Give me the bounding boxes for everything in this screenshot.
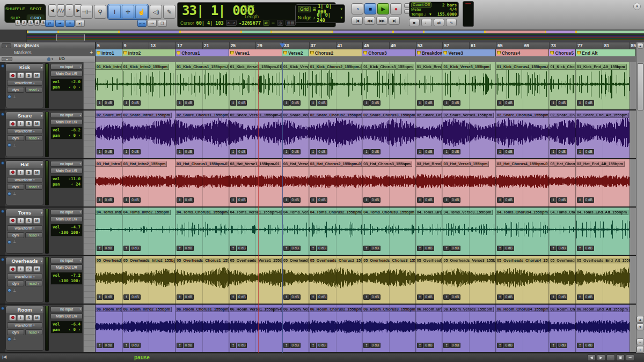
mute-button[interactable]: M [33, 218, 40, 224]
clip-gain-badge[interactable]: ↥0 dB [283, 197, 301, 203]
audio-clip[interactable]: 04_Toms_Chorus5_155bpm↥0 dB [549, 208, 576, 255]
clip-gain-badge[interactable]: ↥0 dB [283, 343, 301, 348]
audio-clip[interactable]: 04_Toms_Chorus4_155bpm-01↥0 dB [496, 208, 549, 255]
audio-clip[interactable]: 05_Overheads_Chorus5_155bpm↥0 dB [549, 256, 576, 303]
elastic-audio-button[interactable]: dyn [7, 232, 24, 238]
audio-clip[interactable]: 03_Hat_Verse2_155bpm-01↥0 dB [282, 159, 309, 206]
track-lane-hat[interactable]: 03_Hat_Intro1↥0 dB03_Hat_Intro2_155bpm↥0… [96, 159, 636, 206]
audio-clip[interactable]: 06_Room_Chorus4_155bpm-01↥0 dB [496, 305, 549, 352]
clip-gain-badge[interactable]: ↥0 dB [310, 246, 327, 251]
clip-gain-badge[interactable]: ↥0 dB [230, 294, 247, 300]
mute-button[interactable]: M [33, 315, 40, 321]
track-name-row[interactable]: Hat▾ [6, 161, 43, 168]
pan-value[interactable]: ‹100 100› [58, 278, 80, 284]
audio-clip[interactable]: 05_Overheads_Chorus3_155bpm↥0 dB [362, 256, 415, 303]
insertion-follows-playback-button[interactable]: ▸| [76, 20, 85, 27]
track-freeze-icon[interactable] [1, 307, 4, 310]
smart-tool-group[interactable]: I ✛ ☝ [107, 4, 149, 20]
audio-clip[interactable]: 01_Kick_Intro2_155bpm↥0 dB [122, 62, 175, 109]
automation-follows-edit-button[interactable]: ⇢ [148, 20, 157, 27]
hzoom-out-button[interactable]: − [606, 354, 615, 361]
vol-value[interactable]: -11.0 [68, 176, 80, 182]
audio-clip[interactable]: 02_Snare_Intro2_155bpm↥0 dB [122, 110, 175, 158]
elastic-audio-button[interactable]: dyn [7, 329, 24, 335]
track-name-row[interactable]: Toms▾ [6, 209, 43, 216]
marker-chorus5[interactable]: Chorus5 [549, 49, 576, 56]
track-name-caret-icon[interactable]: ▾ [41, 259, 42, 263]
pencil-tool-button[interactable]: ✎ [163, 5, 175, 19]
tempo-value[interactable]: 155.0000 [437, 12, 457, 17]
record-enable-button[interactable] [9, 121, 16, 127]
play-button[interactable]: ▶ [377, 3, 389, 14]
hscroll-left-button[interactable]: ◀ [587, 354, 596, 361]
grid-label[interactable]: Grid [298, 6, 311, 12]
record-enable-button[interactable] [9, 169, 16, 175]
zoom-preset-4-button[interactable]: 4 [34, 20, 40, 26]
audio-clip[interactable]: 02_Snare_Chorus4_155bpm-01↥0 dB [496, 110, 549, 158]
track-name-caret-icon[interactable]: ▾ [41, 211, 42, 215]
audio-clip[interactable]: 05_Overheads_Chorus4_155bpm-01↥0 dB [496, 256, 549, 303]
audio-clip[interactable]: 03_Hat_Intro2_155bpm↥0 dB [122, 159, 175, 206]
clip-gain-badge[interactable]: ↥0 dB [177, 100, 194, 106]
output-selector[interactable]: Main Out L/R [50, 264, 83, 270]
clip-gain-badge[interactable]: ↥0 dB [497, 343, 514, 348]
clip-gain-badge[interactable]: ↥0 dB [497, 100, 514, 106]
clip-gain-badge[interactable]: ↥0 dB [97, 294, 114, 300]
input-selector[interactable]: no input▾ [50, 209, 83, 215]
marker-end-alt[interactable]: End Alt [576, 49, 636, 56]
audio-clip[interactable]: 02_Snare_Chorus1_155bpm-01↥0 dB [175, 110, 229, 158]
clip-gain-badge[interactable]: ↥0 dB [417, 246, 434, 251]
link-timeline-edit-button[interactable]: ⇥ [55, 20, 64, 27]
clip-gain-badge[interactable]: ↥0 dB [443, 246, 460, 251]
toolbar-options-button[interactable]: ▾ [633, 3, 641, 10]
clip-gain-badge[interactable]: ↥0 dB [550, 246, 567, 251]
marker-verse3[interactable]: Verse3 [442, 49, 495, 56]
tempo-label[interactable]: Tempo [411, 12, 423, 17]
clip-gain-badge[interactable]: ↥0 dB [310, 149, 327, 154]
clip-gain-badge[interactable]: ↥0 dB [497, 294, 514, 300]
audio-clip[interactable]: 03_Hat_Chorus4_155bpm-01↥0 dB [496, 159, 549, 206]
audio-clip[interactable]: 02_Snare_End_Alt_155bpm↥0 dB [576, 110, 636, 158]
clip-gain-badge[interactable]: ↥0 dB [497, 197, 514, 203]
scroll-up-corner-button[interactable]: ▲ [637, 43, 643, 49]
audio-clip[interactable]: 04_Toms_Chorus2_155bpm-01↥0 dB [309, 208, 362, 255]
elastic-audio-button[interactable]: dyn [7, 184, 24, 190]
track-view-selector[interactable]: waveform▾ [7, 274, 42, 279]
audio-clip[interactable]: 04_Toms_End_Alt_155bpm↥0 dB [576, 208, 636, 255]
audio-clip[interactable]: 03_Hat_Verse1_155bpm-01↥0 dB [229, 159, 282, 206]
zoom-preset-2-button[interactable]: 2 [21, 20, 27, 26]
pan-value[interactable]: ‹ 24 [71, 182, 80, 187]
pan-value[interactable]: ‹100 100› [58, 230, 80, 235]
vol-value[interactable]: -6.4 [71, 322, 80, 327]
nudge-caret-icon[interactable]: ▾ [340, 16, 342, 20]
clip-gain-badge[interactable]: ↥0 dB [363, 197, 380, 203]
zoom-preset-3-button[interactable]: 3 [28, 20, 33, 26]
clip-gain-badge[interactable]: ↥0 dB [230, 100, 247, 106]
nudge-note-icon[interactable]: ♪ [313, 15, 315, 20]
audio-clip[interactable]: 01_Kick_Verse2_155bpm-01↥0 dB [282, 62, 309, 109]
marker-intro1[interactable]: Intro1 [96, 49, 122, 56]
elastic-audio-button[interactable]: dyn [7, 87, 24, 93]
ruler-title[interactable]: Bars|Beats [14, 43, 39, 48]
input-selector[interactable]: no input▾ [50, 112, 83, 118]
vscroll-up-button[interactable]: ▲ [636, 316, 644, 323]
audio-clip[interactable]: 02_Snare_Chorus2_155bpm-01↥0 dB [309, 110, 362, 158]
clip-gain-badge[interactable]: ↥0 dB [310, 343, 327, 348]
nudge-value[interactable]: 0| 0| 240 [317, 12, 339, 23]
hzoom-fit-button[interactable]: ▣ [616, 354, 625, 361]
hzoom-in-button[interactable]: ⇥ [626, 354, 634, 361]
scrubber-tool-button[interactable]: ◁) [150, 5, 162, 19]
output-selector[interactable]: Main Out L/R [50, 119, 83, 125]
universe-overview[interactable] [0, 30, 644, 42]
vol-value[interactable]: -4.7 [71, 225, 80, 230]
clip-gain-badge[interactable]: ↥0 dB [230, 246, 247, 251]
audio-clip[interactable]: 06_Room_Intro1↥0 dB [96, 305, 122, 352]
expand-left-icon[interactable]: |◀ [2, 354, 6, 359]
clip-gain-badge[interactable]: ↥0 dB [577, 294, 594, 300]
tab-to-transient-button[interactable]: ⇄ [45, 20, 54, 27]
audio-clip[interactable]: 02_Snare_Verse2_155bpm-01↥0 dB [282, 110, 309, 158]
input-monitor-button[interactable]: I [17, 169, 24, 175]
clip-gain-badge[interactable]: ↥0 dB [310, 294, 327, 300]
input-selector[interactable]: no input▾ [50, 257, 83, 263]
tempo-caret-icon[interactable]: ▾ [429, 12, 431, 17]
